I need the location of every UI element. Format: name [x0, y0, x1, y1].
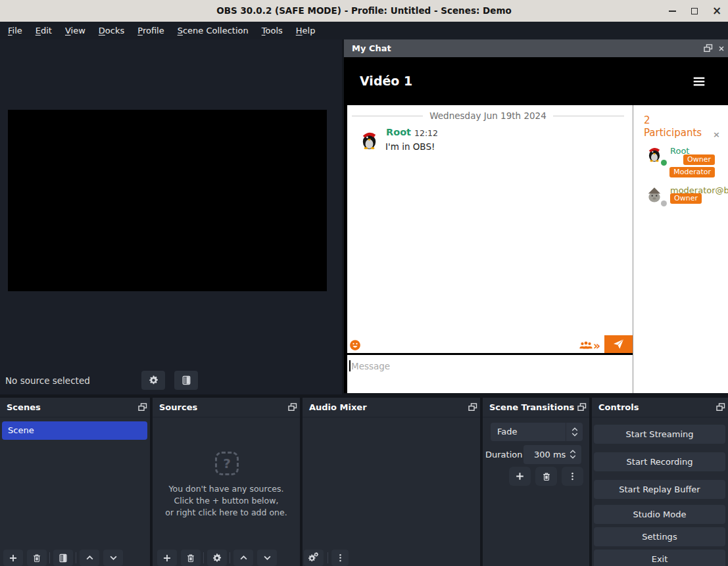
advanced-audio-button[interactable] [304, 550, 324, 566]
chat-room-menu-button[interactable] [691, 74, 707, 89]
audio-mixer-dock: Audio Mixer [303, 398, 480, 566]
source-properties-button[interactable] [207, 550, 227, 566]
add-source-button[interactable] [157, 550, 177, 566]
maximize-icon [691, 8, 698, 14]
start-replay-buffer-button[interactable]: Start Replay Buffer [594, 480, 725, 499]
hamburger-icon [692, 74, 706, 89]
start-streaming-button[interactable]: Start Streaming [594, 425, 725, 444]
audio-mixer-dock-header[interactable]: Audio Mixer [303, 398, 480, 417]
menu-item-profile[interactable]: Profile [131, 22, 170, 39]
scene-list-item[interactable]: Scene [2, 421, 147, 440]
participants-close-icon[interactable]: × [713, 130, 720, 139]
sources-dock-title: Sources [153, 402, 285, 412]
studio-mode-button[interactable]: Studio Mode [594, 505, 725, 524]
smiley-icon[interactable] [349, 339, 361, 351]
remove-scene-button[interactable] [27, 550, 47, 566]
toolbar-separator [76, 552, 76, 563]
sources-dock: Sources ? You don't have any sources. Cl… [153, 398, 300, 566]
move-source-down-button[interactable] [257, 550, 277, 566]
add-scene-button[interactable] [3, 550, 23, 566]
dock-popout-button[interactable] [135, 398, 150, 417]
close-icon: × [712, 5, 721, 16]
controls-dock-header[interactable]: Controls [592, 398, 728, 417]
toolbar-separator [49, 552, 50, 563]
trash-icon [185, 553, 196, 563]
double-gear-icon [308, 552, 320, 564]
role-badge: Moderator [669, 167, 715, 177]
transitions-dock: Scene Transitions Fade Duration 300 ms [483, 398, 589, 566]
occupants-icon [579, 339, 593, 353]
preview-canvas[interactable] [8, 110, 327, 291]
move-scene-up-button[interactable] [80, 550, 99, 566]
message-placeholder: Message [351, 361, 390, 371]
remove-source-button[interactable] [181, 550, 201, 566]
source-status-text: No source selected [5, 371, 90, 390]
message-author[interactable]: Root [386, 127, 411, 137]
transition-select-value: Fade [497, 423, 518, 441]
toggle-occupants-button[interactable]: » [579, 339, 600, 353]
transition-menu-button[interactable] [562, 467, 583, 486]
duration-spinbox[interactable]: 300 ms [523, 445, 581, 464]
dock-close-button[interactable] [715, 39, 728, 57]
chat-dock-titlebar[interactable]: My Chat [344, 39, 728, 57]
chevron-up-icon [571, 427, 578, 431]
dock-popout-button[interactable] [575, 398, 589, 417]
menu-item-view[interactable]: View [59, 22, 92, 39]
remove-transition-button[interactable] [535, 467, 557, 486]
plus-icon [514, 471, 525, 482]
dock-popout-button[interactable] [466, 398, 480, 417]
participants-panel: 2 Participants × Root Owner Moderator mo… [633, 105, 728, 393]
menu-item-scene-collection[interactable]: Scene Collection [171, 22, 255, 39]
scene-filters-button[interactable] [53, 550, 73, 566]
move-source-up-button[interactable] [233, 550, 253, 566]
chevron-down-icon [109, 553, 118, 563]
message-time: 12:12 [414, 128, 438, 138]
dock-popout-button[interactable] [285, 398, 300, 417]
menu-item-help[interactable]: Help [289, 22, 322, 39]
message-input[interactable]: Message [347, 355, 633, 393]
close-button[interactable]: × [708, 0, 725, 22]
spinbox-arrows[interactable] [564, 445, 581, 463]
sources-empty-line: You don't have any sources. [153, 483, 300, 495]
double-chevron-icon: » [593, 340, 600, 352]
mixer-menu-button[interactable] [331, 550, 349, 566]
filters-icon [58, 553, 68, 563]
message-text: I'm in OBS! [385, 141, 435, 152]
source-filters-button[interactable] [174, 371, 198, 390]
settings-button[interactable]: Settings [594, 527, 725, 546]
transitions-dock-title: Scene Transitions [483, 402, 575, 412]
toolbar-separator [328, 552, 328, 563]
sources-empty-line: Click the + button below, [153, 495, 300, 507]
dock-popout-button[interactable] [702, 39, 715, 57]
source-properties-button[interactable] [141, 371, 165, 390]
exit-button[interactable]: Exit [594, 550, 725, 566]
menu-item-tools[interactable]: Tools [255, 22, 289, 39]
scenes-dock-header[interactable]: Scenes [0, 398, 150, 417]
popout-icon [468, 403, 477, 412]
maximize-button[interactable] [686, 0, 703, 22]
chevron-down-icon [571, 433, 578, 436]
minimize-button[interactable] [664, 0, 681, 22]
popout-icon [577, 403, 587, 412]
menu-item-docks[interactable]: Docks [92, 22, 131, 39]
sources-dock-header[interactable]: Sources [153, 398, 300, 417]
filters-icon [181, 375, 192, 386]
move-scene-down-button[interactable] [103, 550, 123, 566]
dock-popout-button[interactable] [714, 398, 728, 417]
start-recording-button[interactable]: Start Recording [594, 452, 725, 471]
transition-select[interactable]: Fade [491, 423, 583, 441]
chevron-up-icon [85, 553, 95, 563]
minimize-icon [669, 11, 676, 12]
transitions-dock-header[interactable]: Scene Transitions [483, 398, 589, 417]
toolbar-separator [203, 552, 204, 563]
menu-item-file[interactable]: File [1, 22, 29, 39]
question-box-icon: ? [215, 452, 239, 475]
menu-item-edit[interactable]: Edit [29, 22, 59, 39]
avatar [646, 145, 663, 162]
popout-icon [704, 44, 713, 53]
send-message-button[interactable] [604, 335, 633, 353]
menubar: File Edit View Docks Profile Scene Colle… [0, 22, 728, 39]
chat-message-area[interactable]: Wednesday Jun 19th 2024 Root 12:12 I'm i… [347, 105, 633, 337]
add-transition-button[interactable] [509, 467, 531, 486]
audio-mixer-dock-title: Audio Mixer [303, 402, 466, 412]
